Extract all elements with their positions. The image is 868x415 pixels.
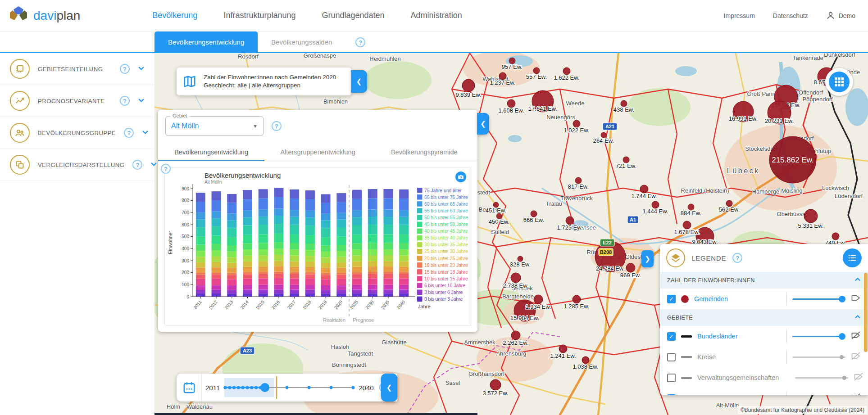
basemap-switcher-button[interactable] <box>825 68 853 96</box>
sidebar-help-icon[interactable]: ? <box>120 96 130 106</box>
layer-checkbox[interactable]: ✓ <box>667 332 676 341</box>
layer-swatch-line <box>681 377 692 379</box>
gebiet-help-icon[interactable]: ? <box>272 121 282 131</box>
svg-text:2011: 2011 <box>193 299 203 310</box>
layer-checkbox[interactable] <box>667 374 676 382</box>
chart-help-icon[interactable]: ? <box>161 164 171 174</box>
chevron-down-icon[interactable] <box>138 97 145 105</box>
population-marker-label: 1.608 Ew. <box>498 107 524 114</box>
slider-thumb[interactable] <box>840 355 844 359</box>
slider-thumb[interactable] <box>839 296 845 302</box>
legend-layer-row-verwaltungsgemeinschaften: Verwaltungsgemeinschaften <box>660 367 868 388</box>
nav-item-infrastrukturplanung[interactable]: Infrastrukturplanung <box>223 11 295 20</box>
label-off-icon[interactable] <box>851 331 861 342</box>
sidebar-help-icon[interactable]: ? <box>132 160 142 170</box>
population-marker <box>688 204 694 210</box>
sidebar-help-icon[interactable]: ? <box>124 128 134 138</box>
divider <box>786 292 787 306</box>
layer-name[interactable]: Gemeinden <box>694 295 728 302</box>
population-marker <box>832 233 839 240</box>
layer-opacity-slider[interactable] <box>792 333 845 340</box>
datenschutz-link[interactable]: Datenschutz <box>773 12 808 19</box>
layer-name[interactable]: Verwaltungsgemeinschaften <box>697 374 779 381</box>
svg-text:10 bis unter 15 Jahre: 10 bis unter 15 Jahre <box>424 276 468 281</box>
layer-name[interactable]: Kreise <box>697 353 716 361</box>
population-marker-label: 3.572 Ew. <box>482 390 508 397</box>
sidebar-item-gebietseinteilung[interactable]: GEBIETSEINTEILUNG? <box>0 53 155 85</box>
population-marker-label: 1.241 Ew. <box>550 352 576 359</box>
layer-checkbox[interactable]: ✓ <box>667 295 676 303</box>
legend-expand-button[interactable]: ❯ <box>641 250 654 267</box>
timeline-collapse-button[interactable]: ❮ <box>381 374 397 401</box>
population-marker <box>582 356 589 364</box>
layer-opacity-slider[interactable] <box>792 395 845 395</box>
layer-name[interactable]: Gemeinden <box>697 395 731 395</box>
layer-opacity-slider[interactable] <box>792 353 845 361</box>
label-icon[interactable] <box>851 293 861 304</box>
sidebar-help-icon[interactable]: ? <box>120 64 130 74</box>
subtab-bevölkerungssalden[interactable]: Bevölkerungssalden <box>258 32 345 53</box>
population-marker-label: 15.984 Ew. <box>510 315 539 321</box>
nav-item-administration[interactable]: Administration <box>411 11 462 20</box>
label-off-icon[interactable] <box>851 393 861 395</box>
legend-section-header: GEBIETE <box>660 309 868 326</box>
chart-download-button[interactable] <box>455 171 466 182</box>
label-off-icon[interactable] <box>854 372 863 383</box>
map-place-label: Dunkelsdorf <box>824 53 855 58</box>
legend-section-title: GEBIETE <box>667 315 693 321</box>
subtab-help-icon[interactable]: ? <box>355 37 365 47</box>
timeline-slider[interactable] <box>223 374 355 401</box>
population-marker <box>573 295 581 303</box>
map-place-label: Weede <box>566 100 585 107</box>
svg-text:400: 400 <box>182 246 189 251</box>
sidebar-item-bevölkerungsgruppe[interactable]: BEVÖLKERUNGSGRUPPE? <box>0 117 155 149</box>
chevron-down-icon[interactable] <box>138 65 145 73</box>
svg-text:2016: 2016 <box>271 299 281 310</box>
layer-opacity-slider[interactable] <box>792 295 845 302</box>
subtab-bevölkerungsentwicklung[interactable]: Bevölkerungsentwicklung <box>155 32 258 53</box>
nav-item-grundlagendaten[interactable]: Grundlagendaten <box>322 11 384 20</box>
app-logo[interactable]: daviplan <box>8 5 80 26</box>
label-off-icon[interactable] <box>851 352 861 362</box>
indicator-panel: Zahl der Einwohner:innen nach Gemeinden … <box>177 68 351 95</box>
impressum-link[interactable]: Impressum <box>724 12 755 19</box>
population-marker <box>683 221 691 229</box>
legend-scrollbar[interactable] <box>864 273 868 352</box>
gebiet-select[interactable]: Gebiet Alt Mölln ▼ <box>165 116 264 136</box>
map-place-label: Groß Parin <box>747 90 776 97</box>
chevron-up-icon[interactable] <box>854 314 861 321</box>
chevron-down-icon[interactable] <box>142 129 149 137</box>
sidebar-item-label: PROGNOSEVARIANTE <box>38 98 112 104</box>
population-marker <box>652 201 659 208</box>
sidebar-item-prognosevariante[interactable]: PROGNOSEVARIANTE? <box>0 85 155 117</box>
svg-text:45 bis unter 50 Jahre: 45 bis unter 50 Jahre <box>424 222 468 227</box>
motorway-shield: A1 <box>627 216 638 223</box>
chart-panel-collapse-button[interactable]: ❮ <box>477 113 489 135</box>
layer-opacity-slider[interactable] <box>795 374 848 381</box>
slider-thumb[interactable] <box>839 333 845 340</box>
layer-checkbox[interactable]: ✓ <box>667 394 676 396</box>
legend-help-icon[interactable]: ? <box>732 253 742 263</box>
indicator-collapse-button[interactable]: ❮ <box>351 70 367 93</box>
layer-checkbox[interactable] <box>667 353 676 361</box>
chevron-up-icon[interactable] <box>854 276 861 284</box>
sidebar-item-vergleichsdarstellung[interactable]: VERGLEICHSDARSTELLUNG? <box>0 149 155 181</box>
slider-thumb[interactable] <box>842 376 846 380</box>
population-marker-label: 438 Ew. <box>614 106 634 113</box>
nav-item-bevölkerung[interactable]: Bevölkerung <box>152 11 197 20</box>
svg-text:20 bis unter 25 Jahre: 20 bis unter 25 Jahre <box>424 256 468 261</box>
layer-name[interactable]: Bundesländer <box>697 333 738 340</box>
svg-text:3 bis unter 6 Jahre: 3 bis unter 6 Jahre <box>424 290 463 295</box>
map-place-label: Offendorf <box>799 89 823 96</box>
legend-list-button[interactable] <box>843 248 862 267</box>
tab-bevölkerungsentwicklung[interactable]: Bevölkerungsentwicklung <box>158 143 264 161</box>
tab-bevölkerungspyramide[interactable]: Bevölkerungspyramide <box>371 143 477 161</box>
population-marker-label: 957 Ew. <box>502 63 523 70</box>
svg-text:2012: 2012 <box>208 299 218 310</box>
user-menu[interactable]: Demo <box>826 11 855 20</box>
layer-swatch-line <box>681 335 692 338</box>
tab-altersgruppenentwicklung[interactable]: Altersgruppenentwicklung <box>264 143 371 161</box>
population-marker-label: 557 Ew. <box>526 73 547 80</box>
chevron-down-icon[interactable] <box>150 161 157 169</box>
timeline-thumb[interactable] <box>260 383 269 392</box>
